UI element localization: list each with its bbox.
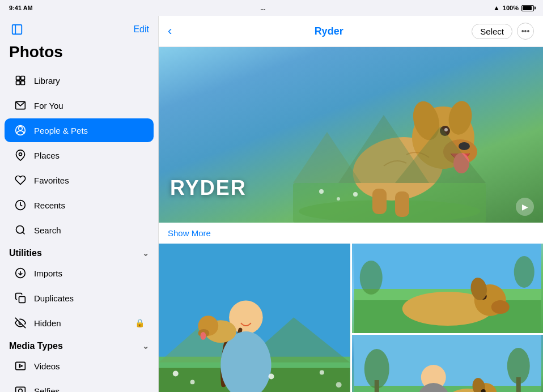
svg-line-12 (23, 232, 25, 235)
sidebar: Edit Photos Library For You People & Pet… (0, 16, 159, 392)
sidebar-people-pets-label: People & Pets (34, 126, 88, 135)
sidebar-places-label: Places (34, 151, 60, 160)
photo-cell-1[interactable] (159, 244, 350, 392)
sidebar-item-favorites[interactable]: Favorites (5, 168, 154, 192)
media-types-label: Media Types (9, 341, 63, 351)
svg-rect-37 (395, 191, 409, 217)
svg-point-65 (491, 300, 509, 314)
svg-rect-5 (21, 81, 25, 85)
sidebar-item-videos[interactable]: Videos (5, 354, 154, 378)
content-header: ‹ Ryder Select ••• (159, 16, 543, 47)
heart-icon (14, 173, 27, 187)
app-container: Edit Photos Library For You People & Pet… (0, 16, 543, 392)
hero-play-button[interactable]: ▶ (516, 198, 534, 216)
play-icon: ▶ (522, 202, 528, 211)
utilities-chevron-icon: ⌄ (142, 249, 149, 258)
sidebar-selfies-label: Selfies (34, 386, 60, 393)
svg-rect-15 (19, 297, 26, 303)
ellipsis-icon: ••• (521, 27, 530, 36)
photo-grid (159, 244, 543, 392)
clock-icon (14, 198, 27, 212)
utilities-section-header[interactable]: Utilities ⌄ (0, 242, 158, 261)
media-types-chevron-icon: ⌄ (142, 342, 149, 351)
status-right: ▲ 100% (493, 4, 534, 12)
map-pin-icon (14, 148, 27, 162)
svg-rect-19 (16, 387, 26, 392)
utilities-label: Utilities (9, 248, 42, 258)
svg-rect-17 (16, 362, 26, 369)
show-more-button[interactable]: Show More (159, 223, 543, 244)
hero-label: RYDER (170, 176, 247, 200)
sidebar-videos-label: Videos (34, 361, 60, 371)
svg-point-42 (337, 197, 340, 201)
hero-dog-illustration (293, 58, 486, 223)
sidebar-item-search[interactable]: Search (5, 218, 154, 242)
wifi-icon: ▲ (493, 4, 500, 12)
photo-cell-3[interactable] (352, 335, 544, 392)
svg-marker-18 (19, 365, 22, 368)
duplicates-icon (14, 291, 27, 305)
svg-point-11 (16, 226, 24, 233)
hidden-icon (14, 316, 27, 330)
svg-rect-71 (354, 386, 541, 392)
status-time: 9:41 AM (9, 5, 33, 11)
svg-rect-0 (12, 25, 22, 35)
sidebar-recents-label: Recents (34, 201, 65, 210)
photo-area[interactable]: RYDER ▶ Show More (159, 47, 543, 392)
svg-rect-75 (516, 377, 520, 392)
sidebar-search-label: Search (34, 225, 61, 235)
svg-point-43 (353, 192, 358, 197)
svg-rect-73 (374, 380, 379, 392)
search-icon (14, 223, 27, 237)
sidebar-favorites-label: Favorites (34, 176, 69, 185)
sidebar-item-recents[interactable]: Recents (5, 193, 154, 217)
status-dots: ... (260, 5, 265, 11)
sidebar-edit-button[interactable]: Edit (133, 24, 149, 35)
sidebar-title: Photos (0, 41, 158, 68)
sidebar-item-places[interactable]: Places (5, 143, 154, 167)
svg-rect-3 (21, 76, 25, 80)
svg-point-20 (19, 389, 23, 392)
sidebar-item-people-pets[interactable]: People & Pets (5, 118, 154, 142)
sidebar-for-you-label: For You (34, 101, 63, 110)
svg-rect-36 (372, 189, 387, 214)
more-button[interactable]: ••• (517, 23, 534, 40)
svg-point-59 (336, 382, 342, 387)
battery-icon (521, 5, 534, 11)
svg-point-58 (320, 370, 324, 375)
svg-point-54 (200, 332, 206, 340)
svg-rect-2 (16, 76, 20, 80)
sidebar-item-selfies[interactable]: Selfies (5, 379, 154, 392)
svg-point-41 (319, 189, 324, 194)
battery-percent: 100% (503, 5, 519, 11)
sidebar-library-label: Library (34, 76, 60, 86)
sidebar-item-library[interactable]: Library (5, 69, 154, 92)
main-content: ‹ Ryder Select ••• (159, 16, 543, 392)
svg-point-68 (359, 261, 382, 295)
media-types-section-header[interactable]: Media Types ⌄ (0, 335, 158, 353)
hero-photo[interactable]: RYDER ▶ (159, 47, 543, 223)
select-button[interactable]: Select (472, 24, 512, 39)
photo-3-illustration (352, 335, 544, 392)
status-center: ... (260, 5, 265, 11)
sidebar-toggle-icon[interactable] (9, 22, 25, 37)
svg-point-31 (459, 142, 470, 150)
header-actions: Select ••• (472, 23, 534, 40)
photo-cell-2[interactable] (352, 244, 544, 333)
svg-point-56 (190, 380, 195, 384)
sidebar-item-duplicates[interactable]: Duplicates (5, 286, 154, 310)
sidebar-item-for-you[interactable]: For You (5, 93, 154, 117)
sidebar-duplicates-label: Duplicates (34, 293, 74, 303)
sidebar-header: Edit (0, 16, 158, 41)
sidebar-imports-label: Imports (34, 269, 62, 278)
sidebar-hidden-label: Hidden (34, 318, 61, 328)
photo-2-illustration (352, 244, 544, 333)
sidebar-item-hidden[interactable]: Hidden 🔒 (5, 311, 154, 335)
svg-rect-4 (16, 81, 20, 85)
back-button[interactable]: ‹ (168, 24, 186, 39)
imports-icon (14, 266, 27, 280)
person-circle-icon (14, 123, 27, 137)
selfies-icon (14, 384, 27, 392)
sidebar-item-imports[interactable]: Imports (5, 261, 154, 285)
svg-point-57 (269, 373, 274, 379)
